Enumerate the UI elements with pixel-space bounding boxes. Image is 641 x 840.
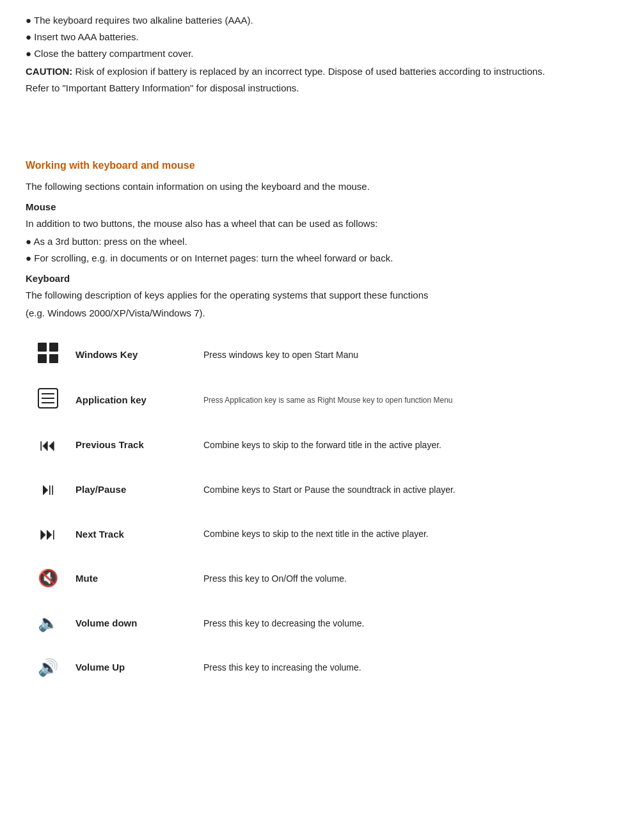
key-name-cell-0: Windows Key: [70, 332, 198, 378]
refer-text: Refer to "Important Battery Information"…: [26, 81, 615, 96]
key-desc-cell-2: Combine keys to skip to the forward titl…: [198, 423, 615, 468]
key-icon-cell-1: [26, 378, 70, 423]
key-row-4: ⏭Next TrackCombine keys to skip to the n…: [26, 512, 615, 557]
key-desc-cell-0: Press windows key to open Start Manu: [198, 332, 615, 378]
key-row-3: ⏯Play/PauseCombine keys to Start or Paus…: [26, 467, 615, 512]
key-name-cell-2: Previous Track: [70, 423, 198, 468]
mute-icon: 🔇: [38, 568, 58, 587]
key-icon-cell-2: ⏮: [26, 423, 70, 468]
key-table: Windows KeyPress windows key to open Sta…: [26, 332, 615, 690]
section-intro: The following sections contain informati…: [26, 179, 615, 194]
mouse-bullet-1: As a 3rd button: press on the wheel.: [26, 234, 615, 249]
caution-text: Risk of explosion if battery is replaced…: [72, 66, 545, 77]
key-icon-cell-6: 🔈: [26, 601, 70, 646]
key-desc-cell-4: Combine keys to skip to the next title i…: [198, 512, 615, 557]
bullet-3: Close the battery compartment cover.: [26, 46, 615, 61]
key-desc-cell-6: Press this key to decreasing the volume.: [198, 601, 615, 646]
windows-key-icon: [36, 341, 59, 364]
key-name-cell-3: Play/Pause: [70, 467, 198, 512]
svg-rect-1: [49, 343, 58, 352]
battery-bullets: The keyboard requires two alkaline batte…: [26, 13, 615, 61]
key-icon-cell-0: [26, 332, 70, 378]
key-row-0: Windows KeyPress windows key to open Sta…: [26, 332, 615, 378]
bullet-2: Insert two AAA batteries.: [26, 29, 615, 45]
key-desc-cell-1: Press Application key is same as Right M…: [198, 378, 615, 423]
key-row-2: ⏮Previous TrackCombine keys to skip to t…: [26, 423, 615, 468]
mouse-bullets: As a 3rd button: press on the wheel. For…: [26, 234, 615, 266]
caution-label: CAUTION:: [26, 66, 72, 77]
key-row-1: Application keyPress Application key is …: [26, 378, 615, 423]
key-row-5: 🔇MutePress this key to On/Off the volume…: [26, 556, 615, 601]
mouse-heading: Mouse: [26, 199, 615, 215]
section-title: Working with keyboard and mouse: [26, 157, 615, 174]
key-name-cell-6: Volume down: [70, 601, 198, 646]
play-pause-icon: ⏯: [40, 479, 56, 499]
prev-track-icon: ⏮: [40, 435, 56, 455]
key-desc-cell-3: Combine keys to Start or Pause the sound…: [198, 467, 615, 512]
bullet-1: The keyboard requires two alkaline batte…: [26, 13, 615, 28]
key-icon-cell-7: 🔊: [26, 646, 70, 690]
keyboard-intro2: (e.g. Windows 2000/XP/Vista/Windows 7).: [26, 306, 615, 321]
key-icon-cell-5: 🔇: [26, 556, 70, 601]
volume-down-icon: 🔈: [38, 613, 58, 632]
svg-rect-3: [49, 354, 58, 363]
mouse-bullet-2: For scrolling, e.g. in documents or on I…: [26, 251, 615, 266]
caution-line: CAUTION: Risk of explosion if battery is…: [26, 64, 615, 79]
svg-rect-2: [38, 354, 47, 363]
key-icon-cell-3: ⏯: [26, 467, 70, 512]
key-name-cell-1: Application key: [70, 378, 198, 423]
svg-rect-0: [38, 343, 47, 352]
keyboard-heading: Keyboard: [26, 271, 615, 286]
keyboard-intro1: The following description of keys applie…: [26, 288, 615, 303]
app-key-icon: [36, 387, 59, 410]
key-name-cell-7: Volume Up: [70, 646, 198, 690]
mouse-intro: In addition to two buttons, the mouse al…: [26, 216, 615, 231]
key-name-cell-5: Mute: [70, 556, 198, 601]
volume-up-icon: 🔊: [38, 658, 58, 677]
key-desc-cell-5: Press this key to On/Off the volume.: [198, 556, 615, 601]
key-icon-cell-4: ⏭: [26, 512, 70, 557]
key-desc-cell-7: Press this key to increasing the volume.: [198, 646, 615, 690]
key-row-6: 🔈Volume downPress this key to decreasing…: [26, 601, 615, 646]
next-track-icon: ⏭: [40, 524, 56, 543]
key-row-7: 🔊Volume UpPress this key to increasing t…: [26, 646, 615, 690]
key-name-cell-4: Next Track: [70, 512, 198, 557]
